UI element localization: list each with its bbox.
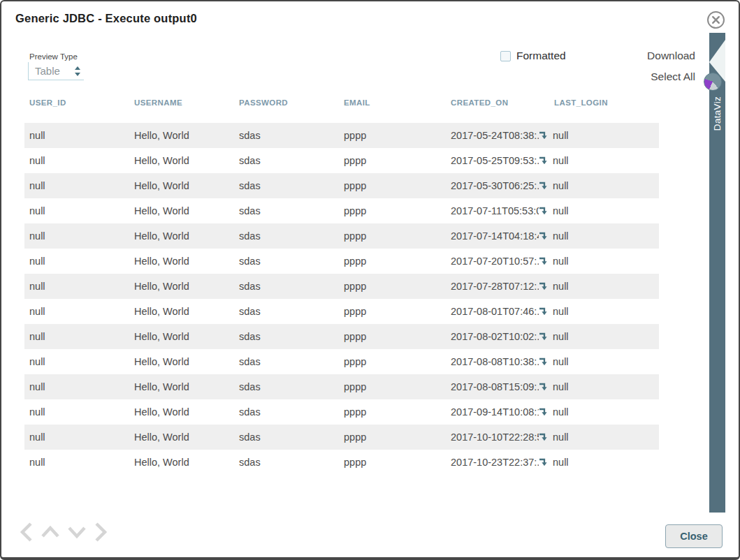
table-row: null Hello, World sdas pppp 2017-08-08T1… [24,349,659,374]
table-row: null Hello, World sdas pppp 2017-10-10T2… [24,425,659,450]
cell-last-login: null [549,399,659,425]
cell-last-login: null [549,299,659,324]
cell-email: pppp [339,425,446,450]
arrow-corner-down-icon[interactable] [539,281,549,291]
select-all-link[interactable]: Select All [651,71,695,83]
cell-email: pppp [339,223,446,249]
preview-type-label: Preview Type [29,52,78,61]
pagination-controls [20,522,108,543]
cell-user-id: null [24,223,129,249]
chevron-right-icon[interactable] [94,522,108,543]
arrow-corner-down-icon[interactable] [539,357,549,367]
arrow-corner-down-icon[interactable] [539,332,549,341]
cell-user-id: null [24,173,129,198]
preview-type-dropdown[interactable]: Table [28,62,84,80]
cell-last-login: null [549,123,659,148]
cell-user-id: null [24,249,129,274]
cell-created-on: 2017-10-10T22:28:5... [446,425,549,450]
dialog-title: Generic JDBC - Execute output0 [15,12,197,25]
cell-username: Hello, World [129,425,234,450]
arrow-corner-down-icon[interactable] [539,382,549,392]
preview-type-value: Table [29,65,74,77]
table-body: null Hello, World sdas pppp 2017-05-24T0… [24,123,659,475]
cell-username: Hello, World [129,274,234,299]
column-header-username: USERNAME [129,98,234,107]
cell-user-id: null [24,123,129,148]
cell-password: sdas [234,374,339,399]
cell-username: Hello, World [129,299,234,324]
cell-last-login: null [549,349,659,374]
table-row: null Hello, World sdas pppp 2017-07-14T0… [24,223,659,249]
cell-password: sdas [234,198,339,223]
formatted-checkbox[interactable] [500,51,511,61]
cell-created-on: 2017-05-30T06:25:... [446,173,549,198]
table-row: null Hello, World sdas pppp 2017-08-01T0… [24,299,659,324]
table-row: null Hello, World sdas pppp 2017-07-11T0… [24,198,659,223]
download-link[interactable]: Download [647,50,695,62]
cell-password: sdas [234,399,339,425]
arrow-corner-down-icon[interactable] [539,131,549,140]
table-row: null Hello, World sdas pppp 2017-07-28T0… [24,274,659,299]
cell-username: Hello, World [129,399,234,425]
cell-password: sdas [234,173,339,198]
chevron-down-icon[interactable] [67,522,87,543]
cell-password: sdas [234,223,339,249]
cell-password: sdas [234,299,339,324]
arrow-corner-down-icon[interactable] [539,231,549,241]
cell-username: Hello, World [129,249,234,274]
cell-email: pppp [339,123,446,148]
cell-password: sdas [234,274,339,299]
table-row: null Hello, World sdas pppp 2017-05-24T0… [24,123,659,148]
cell-email: pppp [339,249,446,274]
cell-username: Hello, World [129,198,234,223]
cell-created-on: 2017-07-14T04:18:4... [446,223,549,249]
column-header-created-on: CREATED_ON [446,98,549,107]
column-header-password: PASSWORD [234,98,339,107]
cell-created-on: 2017-07-20T10:57:... [446,249,549,274]
cell-created-on: 2017-09-14T10:08:1... [446,399,549,425]
column-header-email: EMAIL [339,98,446,107]
preview-dialog: Generic JDBC - Execute output0 Preview T… [0,0,740,560]
cell-email: pppp [339,299,446,324]
arrow-corner-down-icon[interactable] [539,206,549,216]
arrow-corner-down-icon[interactable] [539,256,549,266]
table-row: null Hello, World sdas pppp 2017-05-30T0… [24,173,659,198]
cell-created-on: 2017-05-24T08:38:... [446,123,549,148]
cell-last-login: null [549,249,659,274]
cell-user-id: null [24,148,129,173]
formatted-label: Formatted [516,50,566,62]
formatted-option: Formatted [500,50,566,62]
cell-user-id: null [24,425,129,450]
close-button[interactable]: Close [665,524,723,548]
dataviz-label: DataViz [712,96,723,131]
cell-created-on: 2017-07-28T07:12:... [446,274,549,299]
cell-user-id: null [24,399,129,425]
cell-username: Hello, World [129,450,234,475]
table-row: null Hello, World sdas pppp 2017-07-20T1… [24,249,659,274]
cell-username: Hello, World [129,223,234,249]
cell-last-login: null [549,148,659,173]
cell-last-login: null [549,374,659,399]
cell-last-login: null [549,425,659,450]
cell-created-on: 2017-08-01T07:46:... [446,299,549,324]
close-icon[interactable] [706,10,725,29]
preview-table: USER_ID USERNAME PASSWORD EMAIL CREATED_… [24,98,659,475]
cell-created-on: 2017-07-11T05:53:0... [446,198,549,223]
dataviz-side-tab[interactable]: DataViz [709,33,725,513]
cell-password: sdas [234,450,339,475]
cell-email: pppp [339,173,446,198]
cell-created-on: 2017-10-23T22:37:... [446,450,549,475]
arrow-corner-down-icon[interactable] [539,407,549,417]
arrow-corner-down-icon[interactable] [539,457,549,467]
arrow-corner-down-icon[interactable] [539,181,549,191]
cell-user-id: null [24,198,129,223]
cell-created-on: 2017-08-08T10:38:... [446,349,549,374]
chevron-left-icon[interactable] [20,522,34,543]
chevron-up-icon[interactable] [41,522,60,543]
arrow-corner-down-icon[interactable] [539,156,549,165]
cell-password: sdas [234,249,339,274]
cell-created-on: 2017-05-25T09:53:... [446,148,549,173]
arrow-corner-down-icon[interactable] [539,432,549,442]
table-row: null Hello, World sdas pppp 2017-10-23T2… [24,450,659,475]
arrow-corner-down-icon[interactable] [539,307,549,316]
